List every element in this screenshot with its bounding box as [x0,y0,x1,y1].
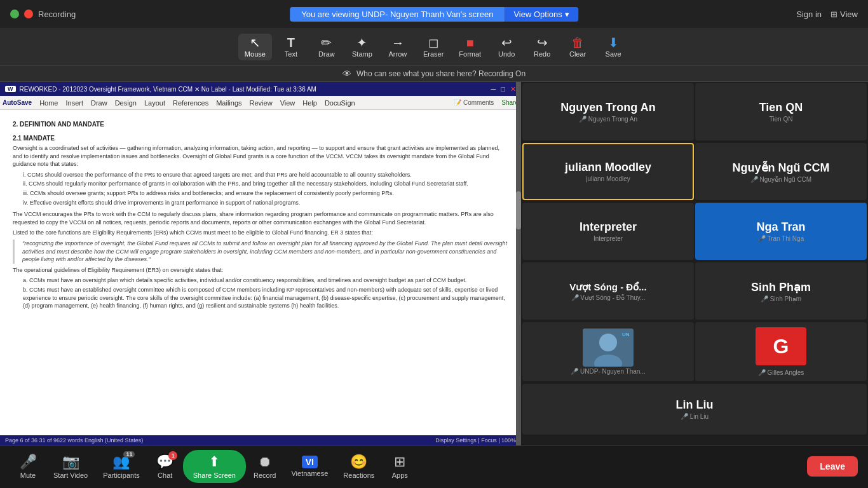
clear-tool[interactable]: 🗑 Clear [561,34,594,60]
autosave-label: AutoSave [3,99,32,106]
mute-button[interactable]: 🎤 Mute [10,451,46,482]
microphone-icon: 🎤 [20,454,37,470]
chevron-down-icon: ▾ [565,10,569,19]
share-screen-icon: ⬆ [208,454,220,470]
doc-list6: b. CCMs must have an established oversig… [23,286,508,310]
text-tool[interactable]: T Text [275,34,308,60]
mic-muted-icon-5: 🎤 [761,295,768,302]
participant-card-tien-qn: Tien QN Tien QN [695,83,867,140]
trash-icon: 🗑 [571,36,584,49]
word-page-info: Page 6 of 36 31 of 9622 words English (U… [5,437,143,444]
green-dot-icon [10,10,19,18]
participant-sub-nguyen: Nguyen Trong An [588,116,637,123]
participant-card-nguyen-ngu: Nguyễn Ngũ CCM 🎤 Nguyễn Ngũ CCM [695,143,867,200]
ribbon-layout[interactable]: Layout [144,99,165,107]
svg-point-1 [599,334,617,351]
mute-label: Mute [20,471,36,479]
doc-list5: a. CCMs must have an oversight plan whic… [23,276,508,285]
view-label: View [840,10,858,19]
undp-name: UNDP- Nguyen Than... [580,368,646,375]
chat-button[interactable]: 💬 1 Chat [147,451,183,482]
language-code: VI [302,456,318,468]
participants-row-3: Interpreter Interpreter Nga Tran 🎤 Tran … [521,201,868,261]
apps-label: Apps [392,471,408,479]
ribbon-help[interactable]: Help [302,99,317,107]
participants-row-2: juliann Moodley juliann Moodley Nguyễn N… [521,142,868,201]
eye-icon: 👁 [342,69,351,79]
participant-card-sinh-pham: Sinh Phạm 🎤 Sinh Phạm [695,262,867,320]
nguyen-ngu-sub: Nguyễn Ngũ CCM [760,176,812,183]
reactions-button[interactable]: 😊 Reactions [336,451,382,482]
ribbon-view[interactable]: View [280,99,295,107]
vuot-song-name: Vượt Sóng - Đổ... [569,281,646,293]
start-video-button[interactable]: 📷 Start Video [46,451,95,482]
doc-list1: i. CCMs should oversee the performance o… [23,171,508,179]
word-maximize[interactable]: □ [501,85,505,93]
share-screen-button[interactable]: ⬆ Share Screen [183,450,246,483]
word-close[interactable]: ✕ [510,85,516,93]
nga-tran-sub: Tran Thi Nga [767,235,804,242]
format-icon: ■ [466,36,474,49]
word-content: 2. DEFINITION AND MANDATE 2.1 MANDATE Ov… [0,110,521,435]
mouse-tool[interactable]: ↖ Mouse [238,34,272,60]
participants-row-1: Nguyen Trong An 🎤 Nguyen Trong An Tien Q… [521,82,868,142]
ribbon-mailings[interactable]: Mailings [216,99,241,107]
ribbon-home[interactable]: Home [39,99,58,107]
ribbon-review[interactable]: Review [250,99,273,107]
undo-tool[interactable]: ↩ Undo [490,34,523,60]
word-title: REWORKED - 2012023 Oversight Framework, … [20,86,316,93]
share-screen-label: Share Screen [193,471,236,479]
top-bar-left: Recording [10,10,76,19]
comments-btn[interactable]: 📝 Comments [454,99,494,106]
participant-card-undp: UN 🎤 UNDP- Nguyen Than... [522,322,694,381]
record-button[interactable]: ⏺ Record [246,451,283,482]
stamp-tool[interactable]: ✦ Stamp [346,34,379,60]
format-tool[interactable]: ■ Format [452,34,487,60]
text-icon: T [287,36,295,49]
ribbon-insert[interactable]: Insert [65,99,83,107]
bottom-toolbar: 🎤 Mute 📷 Start Video 👥 11 Participants 💬… [0,445,868,486]
draw-tool[interactable]: ✏ Draw [310,34,343,60]
save-tool[interactable]: ⬇ Save [597,34,630,60]
record-icon: ⏺ [258,454,272,470]
doc-scrollbar[interactable] [516,82,521,445]
view-options-button[interactable]: View Options ▾ [505,7,578,22]
sign-in-button[interactable]: Sign in [796,10,822,19]
doc-mandate-title: 2.1 MANDATE [13,134,508,143]
doc-para2: The VCCM encourages the PRs to work with… [13,210,508,226]
document-area: W REWORKED - 2012023 Oversight Framework… [0,82,521,445]
top-bar-right: Sign in ⊞ View [796,10,858,19]
participant-card-gilles: G 🎤 Gilles Angles [695,322,867,381]
ribbon-draw[interactable]: Draw [91,99,107,107]
ribbon-docustyle[interactable]: DocuSign [325,99,355,107]
video-label: Start Video [53,471,88,479]
participants-row-4: Vượt Sóng - Đổ... 🎤 Vượt Sóng - Đỗ Thuy.… [521,261,868,321]
word-statusbar: Page 6 of 36 31 of 9622 words English (U… [0,435,521,445]
participants-row-5: UN 🎤 UNDP- Nguyen Than... G 🎤 Gilles Ang… [521,321,868,383]
gilles-avatar: G [756,327,806,365]
doc-para1: Oversight is a coordinated set of activi… [13,144,508,168]
gilles-name: Gilles Angles [767,369,804,376]
participant-card-lin-liu: Lin Liu 🎤 Lin Liu [522,384,867,435]
nga-tran-display: Nga Tran [756,220,805,234]
ribbon-design[interactable]: Design [115,99,137,107]
top-bar-center: You are viewing UNDP- Nguyen Thanh Van's… [290,7,578,22]
chat-icon-wrapper: 💬 1 [156,454,173,470]
apps-button[interactable]: ⊞ Apps [382,451,417,482]
view-button[interactable]: ⊞ View [831,10,858,19]
ribbon-references[interactable]: References [173,99,208,107]
participant-name-display: Nguyen Trong An [560,101,655,114]
camera-icon: 📷 [62,454,79,470]
participants-button[interactable]: 👥 11 Participants [95,451,147,482]
word-minimize[interactable]: ─ [491,85,496,93]
doc-scrollbar-thumb[interactable] [516,191,521,229]
arrow-tool[interactable]: → Arrow [381,34,414,60]
chat-badge: 1 [168,451,177,460]
language-button[interactable]: VI Vietnamese [283,453,336,480]
mouse-icon: ↖ [250,36,261,49]
leave-button[interactable]: Leave [807,456,858,477]
vuot-song-sub: Vượt Sóng - Đỗ Thuy... [580,294,645,301]
eraser-tool[interactable]: ◻ Eraser [417,34,450,60]
redo-tool[interactable]: ↪ Redo [526,34,559,60]
language-label: Vietnamese [291,470,328,477]
